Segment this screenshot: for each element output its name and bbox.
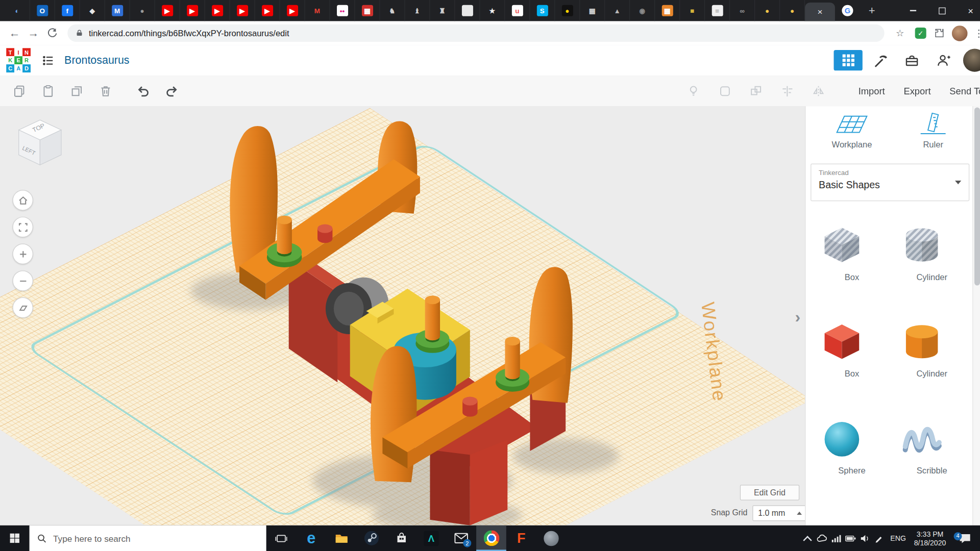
pinned-tab-yellow-dot-app[interactable]: ● bbox=[555, 0, 580, 21]
shape-tile-scribble-teal[interactable]: Scribble bbox=[900, 417, 963, 475]
duplicate-button[interactable] bbox=[66, 80, 88, 102]
fit-view-button[interactable] bbox=[12, 217, 33, 237]
blocks-mode-button[interactable] bbox=[866, 50, 894, 70]
tab-google[interactable]: G bbox=[835, 0, 860, 21]
pinned-tab-facebook[interactable]: f bbox=[55, 0, 80, 21]
perspective-toggle-button[interactable] bbox=[12, 297, 33, 318]
pinned-tab-red-grid-app[interactable]: ▦ bbox=[355, 0, 380, 21]
export-button[interactable]: Export bbox=[903, 86, 930, 96]
design-title[interactable]: Brontosaurus bbox=[64, 54, 129, 67]
browser-profile-avatar[interactable] bbox=[952, 26, 968, 41]
home-view-button[interactable] bbox=[12, 190, 33, 210]
import-button[interactable]: Import bbox=[859, 86, 885, 96]
shape-tile-cylinder-striped[interactable]: Cylinder bbox=[900, 223, 963, 282]
pinned-tab-youtube-5[interactable]: ▶ bbox=[255, 0, 280, 21]
snap-grid-select[interactable]: 1.0 mm bbox=[752, 506, 805, 521]
pinned-tab-minion-2[interactable]: ● bbox=[780, 0, 805, 21]
start-button[interactable] bbox=[0, 525, 30, 551]
pinned-tab-youtube-6[interactable]: ▶ bbox=[280, 0, 305, 21]
browser-menu-button[interactable]: ⋮ bbox=[972, 27, 980, 39]
shape-library-dropdown[interactable]: Tinkercad Basic Shapes bbox=[811, 164, 969, 201]
toolbox-button[interactable] bbox=[897, 50, 926, 70]
pinned-tab-yellow-square-app[interactable]: ■ bbox=[680, 0, 705, 21]
taskbar-steam[interactable] bbox=[356, 525, 386, 551]
workplane-tool[interactable]: Workplane bbox=[819, 112, 884, 149]
pinned-tab-outlook[interactable]: O bbox=[30, 0, 55, 21]
window-minimize-button[interactable] bbox=[899, 0, 927, 21]
new-tab-button[interactable]: + bbox=[863, 0, 881, 21]
shape-tile-box-striped[interactable]: Box bbox=[821, 223, 883, 282]
taskbar-mail[interactable]: 2 bbox=[446, 525, 476, 551]
paste-button[interactable] bbox=[37, 80, 59, 102]
tinkercad-logo[interactable]: TINKERCAD bbox=[6, 48, 31, 72]
delete-button[interactable] bbox=[95, 80, 116, 102]
taskbar-store[interactable] bbox=[386, 525, 416, 551]
pinned-tab-flickr[interactable]: •• bbox=[330, 0, 355, 21]
copy-button[interactable] bbox=[9, 80, 30, 102]
back-button[interactable]: ← bbox=[5, 24, 24, 43]
hole-button[interactable] bbox=[715, 80, 736, 102]
align-button[interactable] bbox=[777, 80, 798, 102]
scrollbar-thumb[interactable] bbox=[974, 108, 979, 286]
shape-tile-box-red[interactable]: Box bbox=[821, 320, 883, 379]
undo-button[interactable] bbox=[133, 80, 154, 102]
pinned-tab-youtube-4[interactable]: ▶ bbox=[230, 0, 255, 21]
zoom-out-button[interactable] bbox=[12, 270, 33, 291]
shape-tile-sphere-teal[interactable]: Sphere bbox=[821, 417, 883, 475]
mirror-button[interactable] bbox=[808, 80, 830, 102]
show-all-button[interactable] bbox=[683, 80, 705, 102]
tray-network[interactable] bbox=[829, 534, 843, 542]
language-indicator[interactable]: ENG bbox=[886, 535, 910, 542]
tray-expand-button[interactable] bbox=[800, 535, 814, 541]
tray-battery[interactable] bbox=[843, 535, 857, 542]
panel-scrollbar[interactable] bbox=[972, 106, 980, 525]
pinned-tab-chess-bishop[interactable]: ♝ bbox=[405, 0, 430, 21]
design-menu-button[interactable] bbox=[39, 52, 57, 69]
tray-volume[interactable] bbox=[857, 534, 872, 542]
pinned-tab-minion-1[interactable]: ● bbox=[755, 0, 780, 21]
invite-collaborator-button[interactable] bbox=[929, 50, 958, 70]
pinned-tab-light-app[interactable]: ◆ bbox=[80, 0, 105, 21]
taskbar-gray-app[interactable] bbox=[536, 525, 567, 551]
taskbar-chrome-active[interactable] bbox=[476, 525, 506, 551]
active-tab-tinkercad[interactable]: × bbox=[805, 3, 835, 21]
pinned-tab-chess-knight[interactable]: ♞ bbox=[380, 0, 405, 21]
taskbar-f-app[interactable]: F bbox=[506, 525, 536, 551]
redo-button[interactable] bbox=[161, 80, 183, 102]
zoom-in-button[interactable] bbox=[12, 244, 33, 264]
tab-close-icon[interactable]: × bbox=[818, 8, 823, 16]
address-bar[interactable]: tinkercad.com/things/b6BfwcXqxPY-brontos… bbox=[67, 24, 884, 42]
pinned-tab-chess-rook[interactable]: ♜ bbox=[430, 0, 455, 21]
send-to-button[interactable]: Send To bbox=[949, 86, 980, 96]
forward-button[interactable]: → bbox=[24, 24, 43, 43]
view-cube[interactable]: TOP LEFT bbox=[11, 114, 69, 171]
panel-collapse-arrow[interactable]: › bbox=[795, 307, 801, 327]
extensions-puzzle-button[interactable] bbox=[932, 26, 947, 40]
view-grid-button[interactable] bbox=[834, 50, 862, 70]
3d-canvas[interactable]: Workplane bbox=[0, 106, 805, 525]
pinned-tab-youtube-2[interactable]: ▶ bbox=[180, 0, 205, 21]
pinned-tab-blue-m-app[interactable]: M bbox=[105, 0, 130, 21]
pinned-tab-triangle-app[interactable]: ▲ bbox=[605, 0, 630, 21]
pinned-tab-udemy[interactable]: u bbox=[505, 0, 530, 21]
ruler-tool[interactable]: Ruler bbox=[900, 112, 965, 149]
pinned-tab-blank-app[interactable] bbox=[455, 0, 480, 21]
taskbar-clock[interactable]: 3:33 PM 8/18/2020 bbox=[910, 530, 950, 547]
reload-button[interactable] bbox=[42, 24, 61, 43]
group-button[interactable] bbox=[746, 80, 767, 102]
pinned-tab-gmail[interactable]: M bbox=[305, 0, 330, 21]
pinned-tab-skype[interactable]: S bbox=[530, 0, 555, 21]
task-view-button[interactable] bbox=[266, 525, 297, 551]
pinned-tab-youtube-3[interactable]: ▶ bbox=[205, 0, 230, 21]
tray-pen[interactable] bbox=[872, 534, 886, 543]
pinned-tab-infinity-app[interactable]: ∞ bbox=[730, 0, 755, 21]
pinned-tab-gray-dot-app[interactable]: ● bbox=[130, 0, 155, 21]
taskbar-file-explorer[interactable] bbox=[326, 525, 356, 551]
tray-onedrive[interactable] bbox=[815, 534, 829, 543]
3d-viewport[interactable]: Workplane bbox=[0, 106, 805, 525]
taskbar-edge[interactable]: e bbox=[296, 525, 326, 551]
edit-grid-button[interactable]: Edit Grid bbox=[740, 485, 799, 500]
pinned-tab-star-app[interactable]: ★ bbox=[480, 0, 505, 21]
extension-adblock[interactable]: ✓ bbox=[913, 26, 928, 40]
pinned-tab-grid-app[interactable]: ▦ bbox=[580, 0, 605, 21]
